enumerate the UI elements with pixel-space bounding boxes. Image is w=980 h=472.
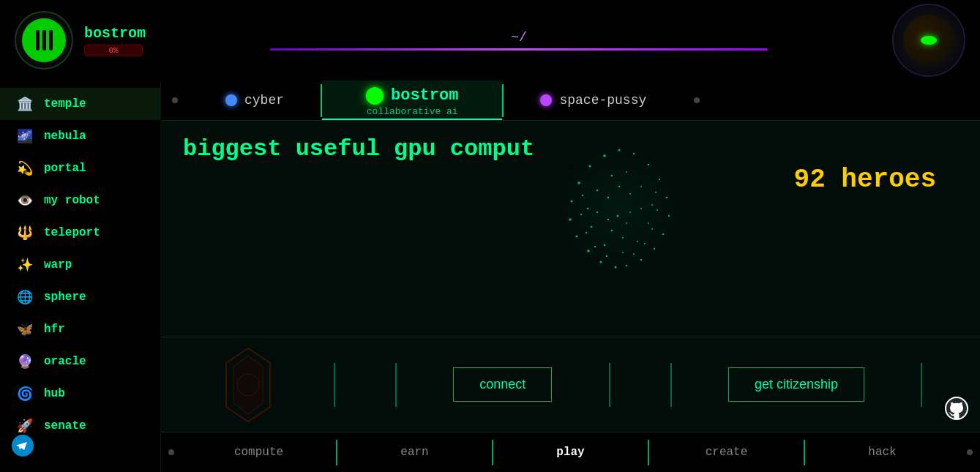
sidebar-item-sphere[interactable]: 🌐 sphere (0, 281, 160, 313)
svg-point-42 (607, 219, 608, 220)
svg-point-36 (596, 211, 597, 213)
svg-point-13 (662, 233, 664, 236)
connect-button[interactable]: connect (453, 367, 552, 402)
svg-point-9 (665, 197, 667, 199)
header-user: bostrom 0% (84, 25, 146, 56)
logo-circle[interactable] (15, 11, 73, 70)
svg-point-44 (581, 195, 583, 196)
sidebar-item-nebula[interactable]: 🌌 nebula (0, 120, 160, 152)
svg-point-31 (622, 252, 624, 253)
sidebar-label-hub: hub (44, 387, 65, 400)
tab-hack-label: hack (868, 446, 896, 459)
svg-point-50 (594, 246, 595, 247)
get-citizenship-button[interactable]: get citizenship (728, 367, 864, 402)
tab-nav-top: cyber bostrom collaborative ai space-pus… (161, 80, 980, 121)
tab-earn-label: earn (400, 446, 428, 459)
content-area: biggest useful gpu comput 92 heroes (161, 121, 980, 472)
my-robot-icon: 👁️ (15, 190, 35, 211)
logo-bar-2 (42, 30, 46, 50)
cyber-dot (225, 94, 237, 106)
svg-point-41 (629, 211, 631, 213)
telegram-button[interactable] (11, 434, 34, 461)
svg-point-23 (640, 186, 642, 187)
header-right-inner (903, 15, 954, 66)
sidebar-item-teleport[interactable]: 🔱 teleport (0, 217, 160, 249)
github-icon (944, 396, 969, 421)
svg-point-32 (618, 186, 619, 187)
svg-point-6 (588, 165, 591, 168)
svg-point-43 (655, 192, 657, 193)
svg-point-29 (637, 241, 638, 242)
svg-point-24 (596, 190, 598, 192)
svg-point-17 (640, 259, 642, 261)
temple-icon: 🏛️ (15, 94, 35, 114)
svg-point-1 (553, 143, 685, 274)
teleport-icon: 🔱 (15, 222, 35, 243)
header-tilde: ~/ (511, 30, 527, 45)
hub-icon: 🌀 (15, 383, 35, 404)
svg-point-14 (575, 236, 577, 238)
svg-point-52 (605, 255, 607, 257)
svg-point-51 (633, 253, 635, 255)
svg-point-11 (667, 215, 669, 217)
tab-create[interactable]: create (649, 432, 804, 472)
svg-point-15 (653, 248, 654, 250)
tab-cyber[interactable]: cyber (189, 80, 321, 120)
main-content: cyber bostrom collaborative ai space-pus… (161, 80, 980, 472)
svg-point-28 (590, 226, 592, 228)
tab-bostrom[interactable]: bostrom collaborative ai (322, 80, 502, 120)
sidebar-label-nebula: nebula (44, 130, 86, 143)
tab-hack[interactable]: hack (805, 432, 960, 472)
content-inner: biggest useful gpu comput 92 heroes (161, 121, 980, 184)
header-left: bostrom 0% (15, 11, 146, 70)
tab-space-pussy-label: space-pussy (559, 93, 646, 108)
tab-earn[interactable]: earn (337, 432, 492, 472)
svg-point-47 (651, 228, 653, 230)
header-username: bostrom (84, 25, 146, 42)
header-bar (270, 48, 768, 50)
sidebar-item-warp[interactable]: ✨ warp (0, 249, 160, 281)
sidebar-label-sphere: sphere (44, 291, 86, 304)
sidebar-item-temple[interactable]: 🏛️ temple (0, 88, 160, 120)
panel-sep-mid-2 (670, 363, 672, 407)
svg-point-46 (580, 214, 581, 215)
tab-play[interactable]: play (493, 432, 648, 472)
header-center: ~/ (146, 30, 892, 50)
header: bostrom 0% ~/ (0, 0, 980, 80)
svg-point-26 (586, 208, 588, 210)
svg-point-39 (622, 237, 624, 239)
tab-compute[interactable]: compute (182, 432, 336, 472)
tab-cyber-label: cyber (244, 93, 284, 108)
svg-point-34 (607, 197, 609, 199)
svg-point-30 (603, 244, 605, 247)
decorative-shape-left (219, 345, 277, 425)
svg-point-18 (599, 261, 602, 263)
sidebar-item-hub[interactable]: 🌀 hub (0, 378, 160, 410)
sidebar-item-portal[interactable]: 💫 portal (0, 152, 160, 184)
github-button[interactable] (944, 396, 969, 424)
svg-point-20 (614, 266, 616, 269)
logo-bar-3 (49, 30, 53, 50)
bostrom-dot (366, 87, 384, 105)
telegram-icon (11, 434, 34, 457)
sidebar-item-hfr[interactable]: 🦋 hfr (0, 313, 160, 345)
logo-inner (22, 18, 66, 62)
tab-space-pussy[interactable]: space-pussy (504, 80, 683, 120)
svg-point-12 (569, 218, 572, 221)
tab-compute-label: compute (234, 446, 283, 459)
sidebar-label-teleport: teleport (44, 226, 100, 239)
svg-point-40 (616, 215, 618, 217)
header-avatar[interactable] (892, 4, 965, 77)
svg-point-48 (585, 232, 586, 233)
svg-point-7 (658, 179, 659, 180)
get-citizenship-label: get citizenship (755, 377, 838, 392)
sidebar-item-oracle[interactable]: 🔮 oracle (0, 345, 160, 378)
logo-bar-1 (36, 30, 40, 50)
svg-point-19 (625, 265, 626, 266)
portal-icon: 💫 (15, 158, 35, 179)
svg-point-27 (648, 222, 649, 224)
header-progress: 0% (84, 45, 143, 56)
sidebar-label-my-robot: my robot (44, 194, 100, 207)
sidebar-label-hfr: hfr (44, 323, 65, 336)
sidebar-item-my-robot[interactable]: 👁️ my robot (0, 184, 160, 217)
